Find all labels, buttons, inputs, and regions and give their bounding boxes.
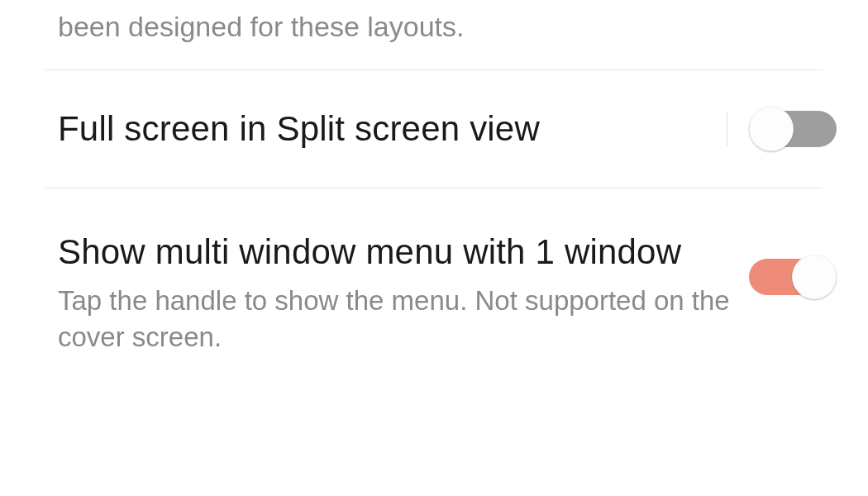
setting-description: been designed for these layouts. [58, 8, 810, 46]
setting-description: Tap the handle to show the menu. Not sup… [58, 283, 732, 356]
setting-row-partial[interactable]: been designed for these layouts. [0, 0, 868, 69]
setting-title: Show multi window menu with 1 window [58, 230, 732, 274]
settings-screen: been designed for these layouts. Full sc… [0, 0, 868, 496]
toggle-multi-window-menu[interactable] [749, 255, 837, 299]
toggle-knob [749, 107, 794, 151]
setting-row-full-screen-split[interactable]: Full screen in Split screen view [0, 70, 868, 188]
setting-row-multi-window-menu[interactable]: Show multi window menu with 1 window Tap… [0, 188, 868, 393]
toggle-full-screen-split[interactable] [749, 107, 837, 151]
setting-texts: Full screen in Split screen view [58, 107, 718, 151]
setting-texts: Show multi window menu with 1 window Tap… [58, 230, 749, 356]
setting-title: Full screen in Split screen view [58, 107, 702, 151]
vertical-separator [727, 112, 727, 146]
toggle-knob [792, 255, 837, 299]
